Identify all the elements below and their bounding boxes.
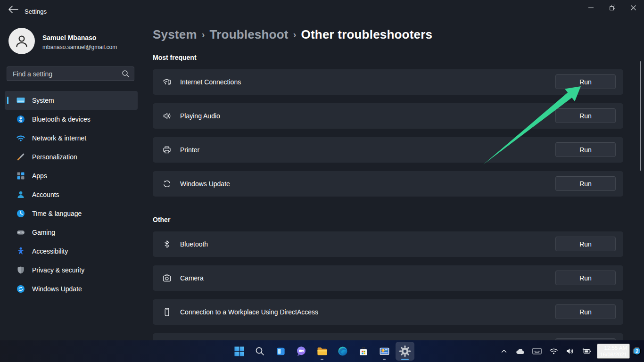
windows-start-icon xyxy=(234,346,245,357)
running-indicator xyxy=(383,359,386,360)
back-arrow-icon xyxy=(8,6,18,13)
run-button-printer[interactable]: Run xyxy=(555,142,616,157)
task-view-icon xyxy=(275,346,286,357)
app-title: Settings xyxy=(25,8,47,15)
sidebar-item-label: Accounts xyxy=(32,191,59,198)
run-button-camera[interactable]: Run xyxy=(555,271,616,285)
account-name: Samuel Mbanaso xyxy=(42,34,96,41)
sidebar-item-bluetooth-devices[interactable]: Bluetooth & devices xyxy=(5,110,138,129)
time-language-icon xyxy=(16,209,25,218)
sidebar-item-privacy-security[interactable]: Privacy & security xyxy=(5,261,138,280)
selected-indicator xyxy=(7,97,8,104)
section-title-most-frequent: Most frequent xyxy=(153,54,197,61)
touch-keyboard-button[interactable] xyxy=(530,346,544,357)
run-button-internet-connections[interactable]: Run xyxy=(555,74,616,89)
settings-taskbar-button[interactable] xyxy=(396,342,414,361)
row-label: Bluetooth xyxy=(180,240,208,248)
troubleshooter-row-printer: Printer Run xyxy=(153,137,623,163)
close-button[interactable] xyxy=(623,0,644,15)
bluetooth-icon xyxy=(162,239,172,249)
running-indicator xyxy=(321,359,323,360)
restore-button[interactable] xyxy=(602,0,623,15)
row-label: Camera xyxy=(180,274,204,282)
sidebar-item-gaming[interactable]: Gaming xyxy=(5,223,138,242)
sidebar-item-label: Privacy & security xyxy=(32,266,84,274)
sidebar-item-system[interactable]: System xyxy=(5,91,138,110)
clock-time: 12:55 AM xyxy=(600,345,627,351)
store-button[interactable] xyxy=(354,342,373,361)
run-button-windows-update[interactable]: Run xyxy=(555,176,616,191)
file-explorer-button[interactable] xyxy=(313,342,331,361)
breadcrumb-troubleshoot[interactable]: Troubleshoot xyxy=(210,27,289,41)
row-label: Playing Audio xyxy=(180,112,220,120)
network-icon xyxy=(16,133,25,143)
sidebar-item-label: Apps xyxy=(32,172,47,180)
sidebar-item-accounts[interactable]: Accounts xyxy=(5,185,138,204)
sidebar-item-label: Personalization xyxy=(32,153,77,161)
tray-chevron-button[interactable] xyxy=(498,346,510,357)
sidebar-item-label: Accessibility xyxy=(32,247,68,255)
notification-badge[interactable]: 2 xyxy=(633,347,641,355)
breadcrumb-system[interactable]: System xyxy=(153,27,197,41)
troubleshooter-row-camera: Camera Run xyxy=(153,265,623,291)
onedrive-button[interactable] xyxy=(513,346,527,357)
sync-icon xyxy=(162,179,172,189)
edge-button[interactable] xyxy=(333,342,352,361)
chat-button[interactable] xyxy=(292,342,311,361)
troubleshooter-row-directaccess: Connection to a Workplace Using DirectAc… xyxy=(153,299,623,325)
settings-gear-icon xyxy=(399,345,411,357)
printer-icon xyxy=(162,145,172,155)
clock[interactable]: 12:55 AM 16/08/2021 xyxy=(597,344,630,359)
sidebar-item-windows-update[interactable]: Windows Update xyxy=(5,280,138,298)
cloud-icon xyxy=(515,347,525,355)
bluetooth-devices-icon xyxy=(16,115,25,124)
chat-icon xyxy=(296,346,307,357)
sidebar-item-apps[interactable]: Apps xyxy=(5,166,138,185)
speaker-icon xyxy=(566,347,574,355)
run-button-bluetooth[interactable]: Run xyxy=(555,237,616,251)
row-label: Connection to a Workplace Using DirectAc… xyxy=(180,308,318,316)
analytics-app-button[interactable] xyxy=(375,342,394,361)
sidebar-item-label: Network & internet xyxy=(32,134,86,142)
sidebar-item-label: Bluetooth & devices xyxy=(32,115,91,123)
run-button-directaccess[interactable]: Run xyxy=(555,304,616,319)
privacy-security-icon xyxy=(16,265,25,275)
wifi-icon xyxy=(549,347,558,355)
volume-button[interactable] xyxy=(563,346,577,357)
sidebar-item-accessibility[interactable]: Accessibility xyxy=(5,242,138,261)
start-button[interactable] xyxy=(230,342,248,361)
breadcrumb-separator: › xyxy=(289,29,301,40)
troubleshooter-row-playing-audio: Playing Audio Run xyxy=(153,103,623,129)
file-explorer-icon xyxy=(316,346,328,357)
apps-icon xyxy=(16,171,25,181)
run-button-playing-audio[interactable]: Run xyxy=(555,108,616,123)
sidebar: Samuel Mbanaso mbanaso.samuel@gmail.com … xyxy=(0,19,141,340)
search-input[interactable] xyxy=(13,67,119,81)
sidebar-item-time-language[interactable]: Time & language xyxy=(5,204,138,223)
scrollbar[interactable] xyxy=(640,61,641,171)
workplace-device-icon xyxy=(162,307,172,317)
avatar[interactable] xyxy=(8,28,35,54)
search-box xyxy=(7,66,134,81)
section-title-other: Other xyxy=(153,216,170,223)
camera-icon xyxy=(162,273,172,283)
window-controls xyxy=(580,0,644,15)
sidebar-item-label: Time & language xyxy=(32,210,82,217)
settings-window: Settings Samuel Mbanaso mbanas xyxy=(0,0,644,362)
minimize-button[interactable] xyxy=(580,0,602,15)
wifi-status-button[interactable] xyxy=(547,346,561,357)
troubleshooter-row-internet-connections: Internet Connections Run xyxy=(153,69,623,95)
system-icon xyxy=(16,96,25,105)
row-label: Windows Update xyxy=(180,180,230,188)
active-indicator xyxy=(401,359,409,360)
search-icon[interactable] xyxy=(122,70,130,80)
close-icon xyxy=(631,5,636,10)
taskbar-search-button[interactable] xyxy=(250,342,269,361)
titlebar: Settings xyxy=(0,0,644,19)
back-button[interactable] xyxy=(7,6,20,14)
sidebar-item-network[interactable]: Network & internet xyxy=(5,129,138,148)
battery-button[interactable] xyxy=(579,346,594,357)
sidebar-item-personalization[interactable]: Personalization xyxy=(5,148,138,166)
task-view-button[interactable] xyxy=(271,342,290,361)
chevron-up-icon xyxy=(500,347,508,355)
